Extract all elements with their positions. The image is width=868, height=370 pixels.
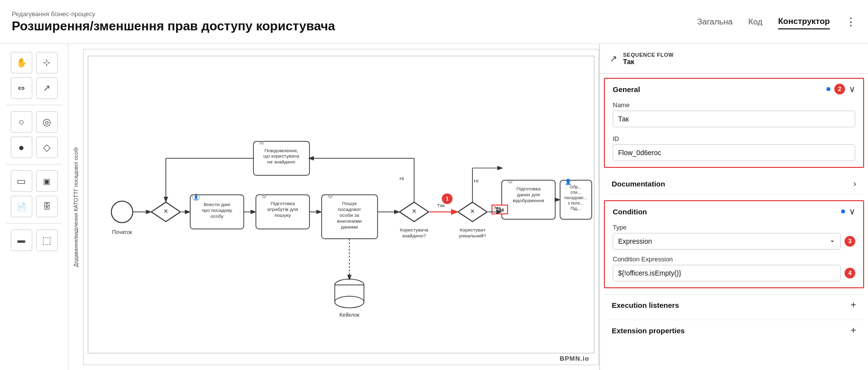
condition-expr-label: Condition Expression [613, 255, 855, 263]
svg-text:атрибутів для: атрибутів для [267, 207, 298, 212]
gateway-button[interactable]: ◇ [36, 137, 58, 158]
general-section: General 2 ∨ Name ID [604, 78, 864, 168]
name-field: Name [605, 99, 863, 133]
extension-properties-title: Extension properties [612, 326, 685, 335]
panel-header-info: SEQUENCE FLOW Так [623, 52, 674, 66]
svg-text:особи за: особи за [339, 212, 359, 218]
condition-section-title: Condition [613, 208, 647, 216]
general-chevron-icon: ∨ [849, 84, 855, 94]
svg-text:⚙: ⚙ [328, 193, 333, 200]
hand-tool-button[interactable]: ✋ [11, 52, 32, 73]
id-input[interactable] [613, 144, 855, 161]
svg-text:Ні: Ні [400, 176, 404, 181]
execution-listeners-header[interactable]: Execution listeners + [604, 294, 864, 316]
pool-label-container: Додавання/виділення КАТОТТГ посадової ос… [68, 44, 83, 370]
condition-expr-input[interactable] [613, 265, 841, 281]
header-right: Загальна Код Конструктор ⋮ [697, 15, 856, 29]
nav-zahalna[interactable]: Загальна [697, 15, 733, 29]
toolbar-divider-1 [6, 105, 62, 105]
group-button[interactable]: ⬚ [36, 230, 58, 251]
toolbar-row-1: ✋ ⊹ [6, 52, 62, 73]
svg-text:унікальний?: унікальний? [459, 233, 486, 238]
svg-text:⚙: ⚙ [508, 178, 513, 185]
svg-text:Підготовка: Підготовка [270, 201, 295, 206]
nav-konstruktor[interactable]: Конструктор [778, 15, 830, 29]
documentation-section: Documentation › [604, 174, 864, 194]
svg-text:з поте...: з поте... [568, 201, 584, 206]
documentation-chevron-icon: › [853, 179, 856, 189]
svg-point-1 [111, 201, 133, 223]
svg-text:Кейклок: Кейклок [339, 312, 359, 318]
end-event-button[interactable]: ● [11, 137, 32, 158]
svg-text:Під...: Під... [571, 206, 581, 211]
svg-text:Так: Так [437, 203, 445, 208]
right-panel: ↗ SEQUENCE FLOW Так General 2 ∨ Name [599, 44, 868, 370]
condition-dot-indicator [841, 209, 845, 213]
nav-kod[interactable]: Код [748, 15, 762, 29]
toolbar-row-7: ▬ ⬚ [6, 230, 62, 251]
subprocess-button[interactable]: ▣ [36, 170, 58, 192]
condition-chevron-icon: ∨ [849, 206, 855, 217]
lasso-tool-button[interactable]: ⊹ [36, 52, 58, 73]
data-object-button[interactable]: 📄 [11, 196, 32, 217]
canvas-area[interactable]: Додавання/виділення КАТОТТГ посадової ос… [68, 44, 599, 370]
svg-text:Ні: Ні [474, 178, 478, 184]
toolbar-row-6: 📄 🗄 [6, 196, 62, 217]
svg-text:✉: ✉ [259, 139, 264, 146]
svg-text:1: 1 [445, 196, 448, 202]
general-section-title: General [613, 85, 640, 93]
toolbar: ✋ ⊹ ⇔ ↗ ○ ◎ ● ◇ ▭ ▣ 📄 🗄 ▬ ⬚ [0, 44, 68, 370]
bpmn-diagram[interactable]: Початок × Внести дані про посадову особу… [83, 49, 599, 365]
svg-text:Так: Так [493, 205, 501, 210]
documentation-title: Documentation [612, 180, 665, 188]
general-dot-indicator [826, 87, 830, 91]
start-event-button[interactable]: ○ [11, 111, 32, 133]
extension-properties-header[interactable]: Extension properties + [604, 320, 864, 341]
condition-section-header[interactable]: Condition ∨ [605, 201, 863, 222]
condition-expr-badge: 4 [845, 268, 855, 278]
svg-text:Внести дані: Внести дані [203, 202, 230, 207]
condition-type-select[interactable]: Expression Script [613, 233, 841, 250]
documentation-header[interactable]: Documentation › [604, 174, 864, 194]
svg-text:Початок: Початок [112, 229, 132, 235]
header-title: Розширення/зменшення прав доступу корист… [12, 19, 335, 34]
svg-text:Користувач: Користувач [460, 227, 486, 232]
connect-tool-button[interactable]: ↗ [36, 77, 58, 99]
extension-properties-add-button[interactable]: + [850, 325, 856, 336]
toolbar-divider-3 [6, 223, 62, 224]
svg-text:×: × [412, 207, 416, 215]
more-menu-button[interactable]: ⋮ [846, 16, 856, 28]
panel-header: ↗ SEQUENCE FLOW Так [600, 44, 868, 74]
execution-listeners-add-button[interactable]: + [850, 300, 856, 311]
header-left: Редагування бізнес-процесу Розширення/зм… [12, 10, 335, 34]
svg-text:особу: особу [210, 213, 223, 219]
condition-type-label: Type [613, 224, 855, 231]
svg-text:знайдено?: знайдено? [402, 233, 426, 238]
space-tool-button[interactable]: ⇔ [11, 77, 32, 99]
toolbar-row-3: ○ ◎ [6, 111, 62, 133]
data-store-button[interactable]: 🗄 [36, 196, 58, 217]
svg-text:Повідомлення,: Повідомлення, [265, 148, 298, 153]
condition-type-row: Type Expression Script 3 [605, 222, 863, 254]
pool-button[interactable]: ▬ [11, 230, 32, 251]
svg-text:Користувача: Користувача [400, 227, 429, 232]
general-section-header[interactable]: General 2 ∨ [605, 79, 863, 99]
execution-listeners-section: Execution listeners + [604, 294, 864, 316]
execution-listeners-title: Execution listeners [612, 301, 679, 309]
svg-text:пошуку: пошуку [274, 212, 290, 218]
svg-text:посадово...: посадово... [564, 195, 587, 200]
task-button[interactable]: ▭ [11, 170, 32, 192]
main-layout: ✋ ⊹ ⇔ ↗ ○ ◎ ● ◇ ▭ ▣ 📄 🗄 ▬ ⬚ [0, 44, 868, 370]
svg-point-25 [335, 296, 364, 308]
toolbar-row-2: ⇔ ↗ [6, 77, 62, 99]
name-input[interactable] [613, 111, 855, 127]
svg-text:Підготовка: Підготовка [516, 186, 541, 191]
svg-text:відображення: відображення [513, 198, 544, 203]
extension-properties-section: Extension properties + [604, 320, 864, 341]
sequence-flow-icon: ↗ [610, 53, 617, 64]
intermediate-event-button[interactable]: ◎ [36, 111, 58, 133]
svg-text:×: × [470, 207, 475, 215]
svg-text:про посадову: про посадову [202, 208, 232, 213]
svg-text:внесеними: внесеними [337, 218, 361, 224]
svg-text:⚙: ⚙ [262, 193, 267, 200]
